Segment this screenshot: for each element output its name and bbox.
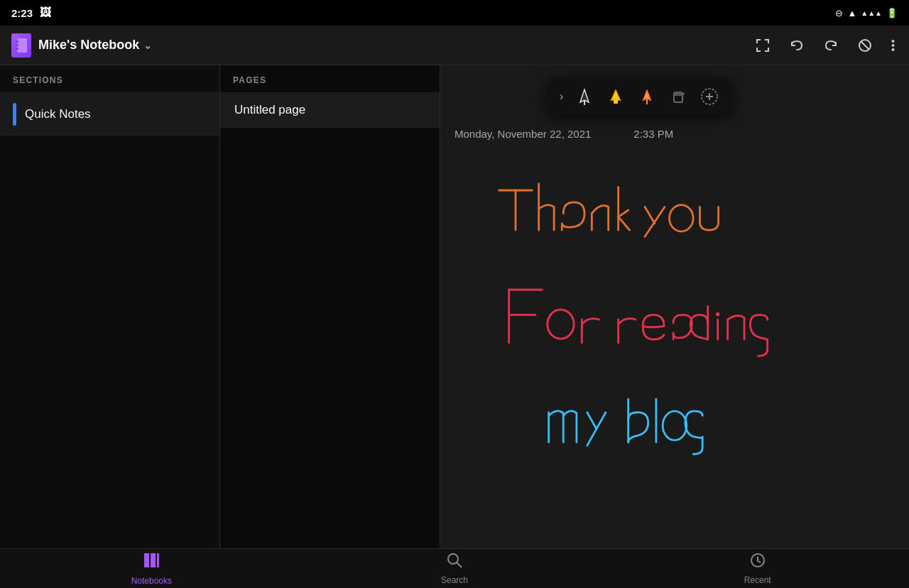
status-wifi-icon: ▲ bbox=[847, 8, 856, 18]
svg-rect-1 bbox=[16, 40, 18, 43]
nav-item-notebooks[interactable]: Notebooks bbox=[0, 547, 303, 588]
svg-rect-13 bbox=[614, 99, 618, 104]
svg-rect-28 bbox=[157, 553, 159, 567]
pen-toolbar: › bbox=[547, 78, 732, 115]
orange-pen-button[interactable] bbox=[633, 84, 661, 109]
pen-container-button[interactable] bbox=[664, 84, 692, 109]
svg-line-5 bbox=[861, 41, 869, 50]
erase-button[interactable] bbox=[854, 35, 876, 56]
more-options-button[interactable] bbox=[888, 36, 898, 55]
section-label: Quick Notes bbox=[25, 107, 91, 121]
notebooks-icon bbox=[142, 551, 160, 574]
handwriting-canvas bbox=[440, 151, 909, 548]
nav-item-recent[interactable]: Recent bbox=[606, 548, 909, 588]
svg-point-29 bbox=[448, 554, 458, 564]
svg-rect-0 bbox=[17, 38, 27, 53]
dropdown-chevron-icon: ⌄ bbox=[143, 40, 152, 51]
sections-header: SECTIONS bbox=[0, 65, 219, 93]
bottom-navigation: Notebooks Search Recent bbox=[0, 548, 909, 588]
pen-toolbar-chevron[interactable]: › bbox=[555, 87, 567, 106]
notebooks-label: Notebooks bbox=[131, 576, 172, 586]
recent-label: Recent bbox=[744, 575, 771, 585]
svg-point-25 bbox=[663, 411, 687, 440]
svg-point-7 bbox=[892, 44, 895, 47]
undo-button[interactable] bbox=[786, 35, 807, 56]
svg-rect-3 bbox=[16, 48, 18, 50]
svg-rect-27 bbox=[151, 553, 156, 567]
note-date: Monday, November 22, 2021 bbox=[454, 128, 591, 140]
svg-point-8 bbox=[892, 48, 895, 51]
status-photo-icon: 🖼 bbox=[40, 6, 51, 19]
nav-item-search[interactable]: Search bbox=[303, 548, 606, 588]
search-label: Search bbox=[441, 575, 468, 585]
section-item-quick-notes[interactable]: Quick Notes bbox=[0, 93, 219, 136]
notebook-title[interactable]: Mike's Notebook ⌄ bbox=[38, 38, 152, 53]
note-canvas[interactable]: › bbox=[440, 65, 909, 548]
svg-rect-2 bbox=[16, 44, 18, 46]
pages-panel: PAGES Untitled page bbox=[220, 65, 440, 548]
status-time: 2:23 bbox=[11, 7, 33, 19]
date-time-row: Monday, November 22, 2021 2:33 PM bbox=[440, 125, 909, 143]
notebook-icon bbox=[11, 33, 31, 58]
sections-panel: SECTIONS Quick Notes bbox=[0, 65, 220, 548]
page-label: Untitled page bbox=[234, 103, 305, 116]
status-bar: 2:23 🖼 ⊖ ▲ ▲▲▲ 🔋 bbox=[0, 0, 909, 26]
svg-point-23 bbox=[548, 310, 574, 339]
add-pen-button[interactable] bbox=[695, 84, 724, 109]
fullscreen-button[interactable] bbox=[752, 35, 773, 56]
status-battery-icon: 🔋 bbox=[886, 8, 898, 18]
ballpoint-pen-button[interactable] bbox=[570, 84, 599, 109]
search-icon bbox=[446, 552, 463, 573]
svg-point-6 bbox=[892, 40, 895, 43]
svg-rect-17 bbox=[674, 92, 682, 96]
status-signal-icon: ▲▲▲ bbox=[861, 9, 882, 17]
svg-line-30 bbox=[457, 562, 462, 567]
highlighter-button[interactable] bbox=[602, 84, 630, 109]
pages-header: PAGES bbox=[220, 65, 440, 93]
redo-button[interactable] bbox=[820, 35, 842, 56]
page-item-untitled[interactable]: Untitled page bbox=[220, 93, 440, 128]
status-donotdisturb-icon: ⊖ bbox=[835, 8, 843, 18]
note-time: 2:33 PM bbox=[633, 128, 673, 140]
svg-marker-12 bbox=[611, 89, 621, 101]
section-color-tab bbox=[13, 103, 16, 126]
svg-point-24 bbox=[716, 312, 720, 317]
main-toolbar: Mike's Notebook ⌄ bbox=[0, 26, 909, 65]
main-content: SECTIONS Quick Notes PAGES Untitled page… bbox=[0, 65, 909, 548]
svg-point-22 bbox=[670, 205, 694, 232]
recent-icon bbox=[749, 552, 766, 573]
svg-rect-26 bbox=[144, 553, 149, 567]
